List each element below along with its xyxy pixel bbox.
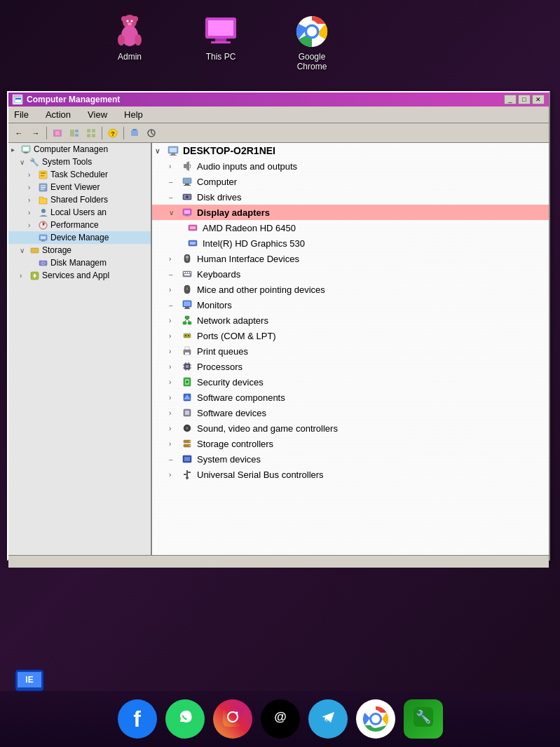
device-processors[interactable]: › (152, 359, 549, 374)
toolbar-extra1[interactable] (127, 125, 142, 141)
taskbar-facebook[interactable]: f (118, 699, 157, 739)
expand-network: › (169, 317, 177, 324)
device-usb[interactable]: › Universal Serial Bus controllers (152, 467, 549, 482)
svg-rect-74 (185, 215, 189, 217)
taskbar-telegram[interactable] (308, 699, 348, 739)
expand-audio: › (169, 163, 177, 170)
tree-event-viewer[interactable]: › Event Viewer (8, 181, 151, 193)
device-sound[interactable]: › Sound, video and game controllers (152, 420, 549, 436)
expand-monitors: – (169, 301, 177, 309)
toolbar-sep-2 (102, 127, 102, 139)
usb-label: Universal Serial Bus controllers (197, 470, 324, 480)
toolbar-back[interactable]: ← (11, 125, 27, 141)
svg-rect-104 (185, 352, 189, 355)
expand-icon-sf: › (28, 196, 35, 204)
svg-rect-66 (185, 184, 189, 185)
device-desktop-header[interactable]: ∨ DESKTOP-O2R1NEI (152, 143, 549, 158)
tree-computer-management[interactable]: ▸ Computer Managen (8, 143, 151, 156)
admin-desktop-icon[interactable]: Admin (105, 14, 154, 71)
tree-label-pf: Performance (50, 220, 99, 230)
tree-services[interactable]: › Services and Appl (8, 269, 151, 282)
tree-device-manager[interactable]: Device Manage (8, 231, 151, 244)
tree-system-tools[interactable]: ∨ 🔧 System Tools (8, 156, 151, 168)
svg-rect-106 (186, 365, 189, 368)
taskbar-mystery[interactable]: 🔧 (404, 699, 443, 739)
keyboards-label: Keyboards (197, 269, 240, 280)
svg-text:@: @ (274, 710, 287, 724)
device-system[interactable]: – System devices (152, 451, 549, 467)
thispc-desktop-icon[interactable]: This PC (196, 14, 245, 71)
device-sw-devices[interactable]: › Software devices (152, 405, 549, 420)
svg-point-7 (131, 20, 133, 22)
icon-intel (187, 238, 198, 249)
bottom-left-icon[interactable]: IE (14, 669, 45, 699)
device-audio[interactable]: › Audio inputs and outputs (152, 158, 549, 174)
processors-label: Processors (197, 362, 243, 372)
device-network[interactable]: › Network adapters (152, 313, 549, 328)
menu-file[interactable]: File (11, 108, 32, 121)
desktop-header-label: DESKTOP-O2R1NEI (183, 145, 275, 156)
svg-rect-80 (186, 256, 189, 259)
toolbar-help[interactable]: ? (105, 125, 121, 141)
toolbar-up[interactable] (50, 125, 65, 141)
maximize-button[interactable]: □ (518, 95, 531, 104)
svg-rect-25 (87, 129, 90, 132)
device-print[interactable]: › Print queues (152, 343, 549, 359)
icon-disk (182, 191, 193, 203)
device-display-adapters[interactable]: ∨ Display adapters (152, 205, 549, 220)
tree-local-users[interactable]: › Local Users an (8, 206, 151, 219)
device-sw-components[interactable]: › Software components (152, 390, 549, 405)
tree-storage[interactable]: ∨ Storage (8, 244, 151, 256)
menu-action[interactable]: Action (43, 108, 74, 121)
taskbar-instagram[interactable] (213, 699, 252, 739)
google-desktop-icon[interactable]: GoogleChrome (287, 14, 336, 71)
device-disk-drives[interactable]: – Disk drives (152, 189, 549, 205)
toolbar-tree[interactable] (67, 125, 82, 141)
svg-rect-10 (208, 20, 233, 36)
toolbar-extra2[interactable] (144, 125, 159, 141)
device-hid[interactable]: › Human Interface Devices (152, 251, 549, 266)
expand-swd: › (169, 409, 177, 417)
device-storage-ctrl[interactable]: › Storage controllers (152, 436, 549, 451)
device-monitors[interactable]: – Monitors (152, 297, 549, 313)
device-ports[interactable]: › Ports (COM & LPT) (152, 328, 549, 343)
device-amd[interactable]: AMD Radeon HD 6450 (152, 220, 549, 235)
device-security[interactable]: › Security devices (152, 374, 549, 390)
tree-task-scheduler[interactable]: › Task Scheduler (8, 168, 151, 181)
svg-point-2 (121, 16, 127, 22)
device-intel[interactable]: Intel(R) HD Graphics 530 (152, 235, 549, 251)
device-computer[interactable]: – Computer (152, 174, 549, 189)
tree-shared-folders[interactable]: › Shared Folders (8, 193, 151, 206)
tree-panel: ▸ Computer Managen ∨ 🔧 (8, 143, 152, 555)
svg-rect-24 (75, 134, 78, 137)
icon-swc (182, 392, 193, 403)
svg-point-144 (235, 712, 238, 714)
toolbar-icons[interactable] (83, 125, 99, 141)
svg-rect-78 (190, 242, 196, 245)
expand-icon-sto: ∨ (20, 247, 27, 254)
minimize-button[interactable]: _ (504, 95, 517, 104)
svg-rect-84 (186, 272, 187, 273)
svg-point-128 (189, 441, 191, 442)
menu-help[interactable]: Help (121, 108, 146, 121)
whatsapp-icon (174, 706, 196, 733)
tree-icon-svc (29, 270, 39, 280)
svg-rect-22 (70, 130, 74, 137)
icon-monitors (182, 299, 193, 310)
tree-disk-management[interactable]: Disk Managem (8, 256, 151, 269)
menu-view[interactable]: View (85, 108, 110, 121)
tree-label-svc: Services and Appl (42, 270, 109, 280)
svg-rect-42 (41, 175, 44, 177)
taskbar-threads[interactable]: @ (261, 699, 300, 739)
tree-performance[interactable]: › Performance (8, 219, 151, 231)
toolbar-forward[interactable]: → (28, 125, 43, 141)
taskbar-chrome[interactable] (356, 699, 395, 739)
device-mice[interactable]: › Mice and other pointing devices (152, 282, 549, 297)
device-keyboards[interactable]: – Keyboards (152, 266, 549, 282)
close-button[interactable]: ✕ (532, 95, 545, 104)
tree-label-ts: Task Scheduler (50, 170, 108, 179)
taskbar-whatsapp[interactable] (165, 699, 205, 739)
toolbar: ← → (8, 123, 549, 143)
taskbar: IE f (0, 691, 560, 747)
svg-rect-91 (184, 301, 191, 306)
